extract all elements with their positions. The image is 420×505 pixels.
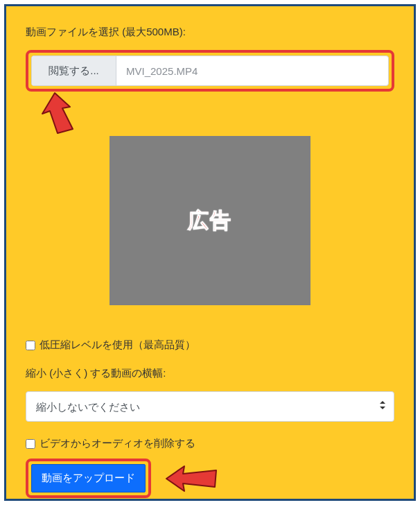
svg-marker-0 [42,93,73,133]
width-select-wrap: 縮小しないでください [26,391,394,422]
pointer-to-filepicker [26,97,394,136]
ad-label: 広告 [188,207,232,235]
low-compress-option[interactable]: 低圧縮レベルを使用（最高品質） [26,339,394,352]
low-compress-checkbox[interactable] [26,341,35,350]
upload-row: 動画をアップロード [26,459,394,498]
low-compress-label: 低圧縮レベルを使用（最高品質） [40,339,195,352]
svg-marker-3 [166,466,216,491]
remove-audio-option[interactable]: ビデオからオーディオを削除する [26,437,394,450]
upload-button-highlight: 動画をアップロード [26,459,151,498]
arrow-up-icon [30,90,85,135]
arrow-left-icon [164,462,219,495]
width-label: 縮小 (小さく) する動画の横幅: [26,367,394,380]
remove-audio-label: ビデオからオーディオを削除する [40,437,195,450]
file-picker[interactable]: 閲覧する... MVI_2025.MP4 [31,55,389,86]
file-picker-highlight: 閲覧する... MVI_2025.MP4 [26,50,394,92]
upload-panel: 動画ファイルを選択 (最大500MB): 閲覧する... MVI_2025.MP… [4,4,416,501]
upload-button[interactable]: 動画をアップロード [31,464,146,493]
ad-placeholder: 広告 [110,136,310,305]
file-select-label: 動画ファイルを選択 (最大500MB): [26,26,394,39]
browse-button[interactable]: 閲覧する... [32,56,116,85]
remove-audio-checkbox[interactable] [26,439,35,449]
selected-file-name: MVI_2025.MP4 [116,56,388,85]
width-select[interactable]: 縮小しないでください [26,391,394,422]
